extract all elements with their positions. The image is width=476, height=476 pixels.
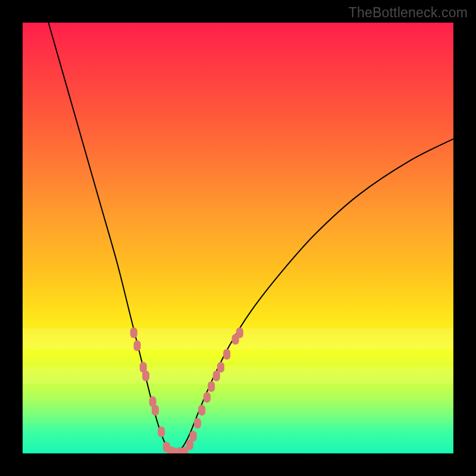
right-markers-6 (213, 371, 220, 381)
right-curve (178, 139, 453, 453)
watermark-text: TheBottleneck.com (349, 5, 468, 21)
left-markers-6 (158, 427, 165, 437)
right-markers-10 (236, 327, 243, 338)
plot-area (23, 23, 453, 453)
right-markers-4 (203, 392, 211, 403)
curve-layer (23, 23, 453, 453)
right-markers-2 (194, 418, 201, 428)
left-curve (48, 23, 169, 453)
left-markers-3 (142, 371, 149, 381)
left-markers-1 (134, 340, 141, 351)
left-markers-0 (130, 327, 137, 338)
right-markers-3 (198, 405, 205, 416)
marker-dots (130, 327, 243, 453)
chart-frame: TheBottleneck.com (0, 0, 476, 476)
right-markers-5 (208, 381, 215, 392)
right-markers-1 (190, 431, 197, 441)
curve-paths (48, 23, 453, 453)
left-markers-5 (152, 405, 159, 416)
right-markers-8 (223, 349, 230, 359)
right-markers-7 (217, 362, 224, 372)
